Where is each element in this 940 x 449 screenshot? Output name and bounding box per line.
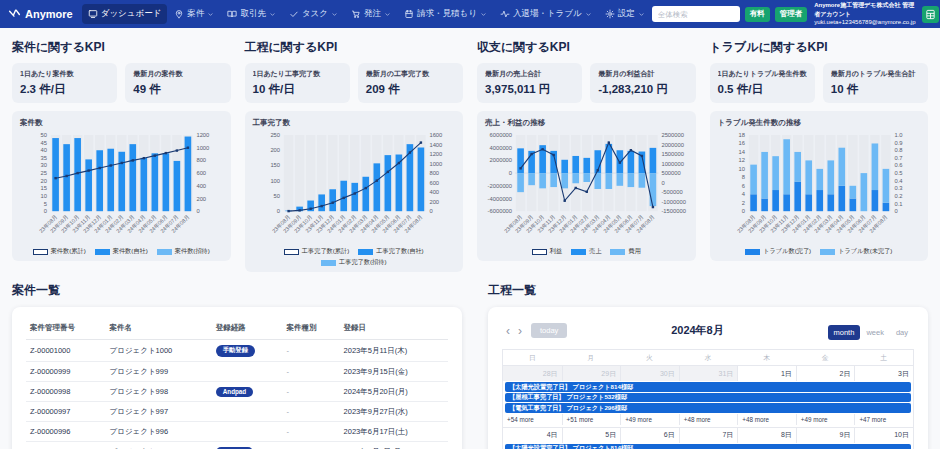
svg-text:35: 35 [41,155,47,161]
nav-item-book[interactable]: 取引先 [221,4,282,24]
svg-text:2000000: 2000000 [661,142,684,148]
nav-item-cart[interactable]: 発注 [345,4,397,24]
nav-item-check[interactable]: タスク [283,4,344,24]
calendar-event[interactable]: 【太陽光設置完了日】 プロジェクト814様邸 [505,444,911,449]
date-cell[interactable]: 3日 [854,366,913,381]
kpi-card: 最新月の案件数49 件 [125,63,230,103]
table-row[interactable]: Z-00000995プロジェクト995Andpad-2024年4月1日(月) [26,442,448,449]
more-events-link[interactable]: +47 more [854,414,913,425]
cell-project-id: Z-00000999 [26,362,106,382]
date-cell[interactable]: 5日 [562,428,621,443]
chart-card: 工事完了数05010015020025002004006008001000120… [245,111,464,272]
cell-project-type: - [283,442,340,449]
column-header: 案件名 [106,317,212,340]
calendar-event[interactable]: 【太陽光設置完了日】 プロジェクト814様邸 [505,382,911,392]
svg-text:2500000: 2500000 [661,132,684,138]
calendar-event[interactable]: 【電気工事完了日】 プロジェクト296様邸 [505,403,911,413]
date-cell[interactable]: 1日 [737,366,796,381]
global-search-input[interactable] [652,6,740,22]
nav-item-dashboard[interactable]: ダッシュボード [82,4,168,24]
calendar-view-month[interactable]: month [828,325,861,340]
table-row[interactable]: Z-00000998プロジェクト998Andpad-2024年5月20日(月) [26,382,448,402]
nav-item-activity[interactable]: 入退場・トラブル [494,4,598,24]
svg-text:-2000000: -2000000 [488,183,512,189]
cell-project-type: - [283,340,340,362]
cell-registration-date: 2023年6月17日(土) [340,422,448,442]
plan-badge: 有料 [745,7,770,22]
kpi-card: 1日あたり工事完了数10 件/日 [245,63,350,103]
projects-title: 案件一覧 [12,282,462,299]
date-cell[interactable]: 31日 [679,366,738,381]
more-events-link[interactable]: +48 more [679,414,738,425]
column-header: 登録日 [340,317,448,340]
svg-text:1200: 1200 [429,151,442,157]
more-events-link[interactable]: +51 more [562,414,621,425]
legend-swatch [358,249,373,255]
kpi-section-4: トラブルに関するKPI1日あたりトラブル発生件数0.5 件/日最新月のトラブル発… [710,35,929,272]
calendar-next-button[interactable]: › [514,325,526,337]
column-header: 登録経路 [212,317,283,340]
table-row[interactable]: Z-00000999プロジェクト999-2023年9月15日(金) [26,362,448,382]
svg-text:0: 0 [196,208,199,214]
cell-registration-route: Andpad [212,382,283,402]
calendar-today-button[interactable]: today [531,323,567,338]
nav-item-document[interactable]: 請求・見積もり [398,4,493,24]
table-row[interactable]: Z-00001000プロジェクト1000手動登録-2023年5月11日(木) [26,340,448,362]
table-row[interactable]: Z-00000996プロジェクト996-2023年6月17日(土) [26,422,448,442]
svg-text:0.2: 0.2 [894,193,902,199]
date-cell[interactable]: 8日 [737,428,796,443]
date-cell[interactable]: 30日 [620,366,679,381]
nav-item-label: 請求・見積もり [417,8,477,20]
date-cell[interactable]: 29日 [562,366,621,381]
table-row[interactable]: Z-00000997プロジェクト997-2023年9月27日(水) [26,402,448,422]
legend-item: 売上 [571,247,601,256]
dashboard-main: 案件に関するKPI1日あたり案件数2.3 件/日最新月の案件数49 件案件数05… [0,28,940,449]
svg-text:25: 25 [41,170,47,176]
kpi-cards: 1日あたりトラブル発生件数0.5 件/日最新月のトラブル発生合計10 件 [710,63,929,103]
date-cell[interactable]: 7日 [679,428,738,443]
svg-text:1000000: 1000000 [661,161,684,167]
kpi-card-value: -1,283,210 円 [598,82,687,97]
check-icon [289,9,299,19]
svg-text:15: 15 [41,185,47,191]
date-cell[interactable]: 4日 [503,428,562,443]
activity-icon [500,9,510,19]
more-events-link[interactable]: +54 more [503,414,562,425]
legend-item: 案件数(招待) [157,247,210,256]
date-cell[interactable]: 6日 [620,428,679,443]
more-events-link[interactable]: +49 more [796,414,855,425]
more-events-link[interactable]: +49 more [620,414,679,425]
date-cell[interactable]: 10日 [854,428,913,443]
nav-item-pin[interactable]: 案件 [168,4,220,24]
calendar-view-week[interactable]: week [860,325,890,340]
kpi-section-2: 工程に関するKPI1日あたり工事完了数10 件/日最新月の工事完了数209 件工… [245,35,464,272]
book-icon [227,9,237,19]
legend-item: 工事完了数(自社) [358,247,423,256]
calendar-view-day[interactable]: day [890,325,914,340]
date-cell[interactable]: 9日 [796,428,855,443]
svg-text:0: 0 [741,208,744,214]
date-cell[interactable]: 2日 [796,366,855,381]
calendar-event[interactable]: 【屋根工事完了日】 プロジェクト532様邸 [505,393,911,403]
projects-table: 案件管理番号案件名登録経路案件種別登録日 Z-00001000プロジェクト100… [26,317,448,449]
svg-text:150: 150 [270,162,280,168]
kpi-card-label: 最新月のトラブル発生合計 [831,69,920,79]
calendar-prev-button[interactable]: ‹ [502,325,514,337]
cell-registration-date: 2023年9月27日(水) [340,402,448,422]
legend-item: 利益 [532,247,562,256]
date-cell[interactable]: 28日 [503,366,562,381]
kpi-card: 1日あたりトラブル発生件数0.5 件/日 [710,63,815,103]
legend-item: 費用 [610,247,640,256]
spreadsheet-button[interactable] [922,6,939,23]
svg-text:12: 12 [738,157,744,163]
cell-project-type: - [283,382,340,402]
cell-project-name: プロジェクト996 [106,422,212,442]
nav-item-gear[interactable]: 設定 [599,4,651,24]
svg-text:0: 0 [44,208,47,214]
cell-project-id: Z-00001000 [26,340,106,362]
chevron-down-icon [384,11,391,18]
legend-swatch [284,249,299,255]
bottom-sections: 案件一覧 案件管理番号案件名登録経路案件種別登録日 Z-00001000プロジェ… [12,282,928,449]
svg-text:0.9: 0.9 [894,140,902,146]
more-events-link[interactable]: +48 more [737,414,796,425]
